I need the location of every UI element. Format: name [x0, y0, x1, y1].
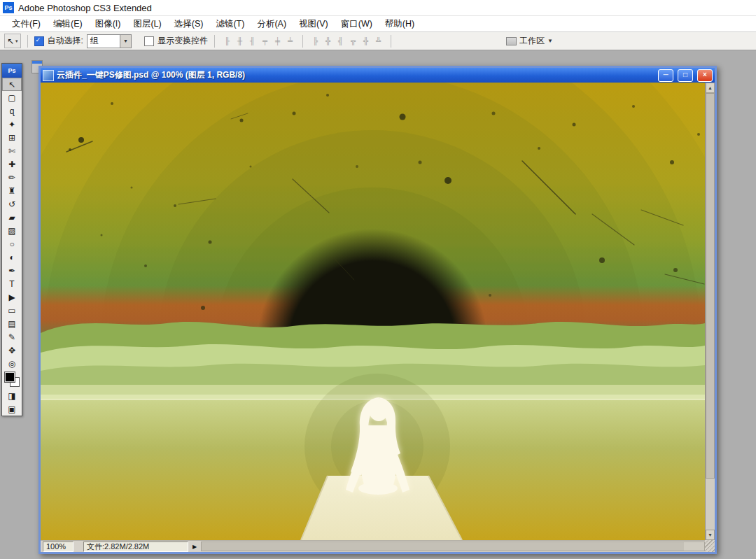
show-transform-label: 显示变换控件 [158, 35, 208, 47]
zoom-level-field[interactable]: 100% [43, 542, 74, 552]
quick-selection-tool[interactable]: ✦ [2, 118, 22, 131]
distribute-left-icon[interactable]: ╦ [347, 35, 359, 47]
document-titlebar[interactable]: 云插件_一键PS修图.psd @ 100% (图层 1, RGB/8) ─ □ … [41, 68, 715, 83]
hand-tool[interactable]: ✥ [2, 344, 22, 357]
document-status-bar: 100% 文件:2.82M/2.82M ▶ [41, 540, 705, 552]
horizontal-scrollbar[interactable] [201, 542, 705, 551]
path-selection-tool[interactable]: ▶ [2, 290, 22, 304]
status-expand-arrow-icon[interactable]: ▶ [191, 544, 198, 550]
file-size-info: 文件:2.82M/2.82M [83, 542, 188, 552]
auto-select-label: 自动选择: [48, 35, 83, 47]
workspace-label: 工作区 [519, 35, 545, 47]
slice-tool[interactable]: ✄ [2, 144, 22, 157]
auto-select-checkbox[interactable] [34, 36, 44, 46]
menu-bar: 文件(F)编辑(E)图像(I)图层(L)选择(S)滤镜(T)分析(A)视图(V)… [0, 16, 756, 32]
auto-select-mode-value: 组 [90, 35, 99, 47]
align-bottom-edges-icon[interactable]: ╧ [284, 35, 296, 47]
options-separator [214, 35, 215, 48]
menu-select[interactable]: 选择(S) [168, 17, 210, 31]
healing-brush-tool[interactable]: ✚ [2, 157, 22, 171]
photoshop-app-icon: Ps [3, 2, 14, 13]
align-top-edges-icon[interactable]: ╤ [259, 35, 271, 47]
menu-file[interactable]: 文件(F) [6, 17, 47, 31]
options-separator [302, 35, 303, 48]
align-buttons-group: ╟╫╢╤╪╧ [221, 35, 296, 47]
menu-layer[interactable]: 图层(L) [127, 17, 167, 31]
eyedropper-tool[interactable]: ✎ [2, 330, 22, 344]
horizontal-scroll-thumb[interactable] [202, 542, 684, 551]
pen-tool[interactable]: ✒ [2, 264, 22, 277]
scroll-up-icon[interactable]: ▲ [706, 83, 715, 93]
shape-tool[interactable]: ▭ [2, 304, 22, 317]
move-tool-preset-icon: ↖ [7, 36, 14, 46]
menu-help[interactable]: 帮助(H) [379, 17, 421, 31]
dropdown-caret-icon: ▼ [120, 35, 131, 48]
eraser-tool[interactable]: ▰ [2, 211, 22, 224]
tool-options-bar: ↖ ▾ 自动选择: 组 ▼ 显示变换控件 ╟╫╢╤╪╧ ╠╬╣╦╬╩ 工作区 ▼ [0, 32, 756, 50]
workspace-icon [506, 37, 517, 45]
tool-palette-grip[interactable]: Ps [2, 64, 22, 78]
menu-edit[interactable]: 编辑(E) [47, 17, 89, 31]
options-separator [391, 35, 391, 48]
menu-image[interactable]: 图像(I) [89, 17, 127, 31]
clone-stamp-tool[interactable]: ♜ [2, 184, 22, 197]
lasso-tool[interactable]: ɋ [2, 104, 22, 118]
gradient-tool[interactable]: ▨ [2, 224, 22, 237]
workspace-caret-icon: ▼ [547, 38, 553, 44]
app-titlebar: Ps Adobe Photoshop CS3 Extended [0, 0, 756, 16]
screen-mode-tool[interactable]: ▣ [2, 402, 22, 416]
close-button[interactable]: × [697, 69, 713, 82]
preset-caret-icon: ▾ [15, 38, 18, 44]
history-brush-tool[interactable]: ↺ [2, 197, 22, 211]
align-left-edges-icon[interactable]: ╟ [221, 35, 233, 47]
zoom-tool[interactable]: ◎ [2, 357, 22, 370]
options-separator [27, 35, 28, 48]
align-v-centers-icon[interactable]: ╪ [272, 35, 284, 47]
scroll-down-icon[interactable]: ▼ [706, 530, 715, 540]
crop-tool[interactable]: ⊞ [2, 131, 22, 144]
distribute-v-center-icon[interactable]: ╬ [322, 35, 334, 47]
document-title: 云插件_一键PS修图.psd @ 100% (图层 1, RGB/8) [57, 69, 654, 81]
vertical-scroll-thumb[interactable] [706, 93, 715, 479]
show-transform-checkbox[interactable] [144, 36, 154, 46]
marquee-tool[interactable]: ▢ [2, 91, 22, 104]
app-title: Adobe Photoshop CS3 Extended [18, 3, 152, 13]
workspace-button[interactable]: 工作区 ▼ [503, 34, 556, 48]
workspace: Ps ↖▢ɋ✦⊞✄✚✏♜↺▰▨○◐✒T▶▭▤✎✥◎ ◨▣ 云插件_一键PS修图.… [0, 50, 756, 559]
foreground-color-swatch[interactable] [5, 372, 15, 382]
type-tool[interactable]: T [2, 277, 22, 290]
distribute-buttons-group: ╠╬╣╦╬╩ [309, 35, 384, 47]
distribute-right-icon[interactable]: ╩ [372, 35, 384, 47]
document-window: 云插件_一键PS修图.psd @ 100% (图层 1, RGB/8) ─ □ … [38, 66, 717, 554]
canvas[interactable] [41, 83, 705, 540]
tool-palette: Ps ↖▢ɋ✦⊞✄✚✏♜↺▰▨○◐✒T▶▭▤✎✥◎ ◨▣ [1, 63, 22, 416]
distribute-h-center-icon[interactable]: ╬ [360, 35, 372, 47]
resize-grip[interactable] [705, 540, 715, 552]
maximize-button[interactable]: □ [678, 69, 693, 82]
auto-select-mode-dropdown[interactable]: 组 ▼ [87, 34, 132, 48]
minimize-button[interactable]: ─ [658, 69, 673, 82]
vertical-scroll-track[interactable] [706, 93, 715, 530]
menu-filter[interactable]: 滤镜(T) [209, 17, 251, 31]
vertical-scrollbar[interactable]: ▲ ▼ [705, 83, 715, 540]
notes-tool[interactable]: ▤ [2, 317, 22, 330]
color-swatches[interactable] [2, 370, 22, 389]
document-icon [43, 70, 54, 81]
menu-view[interactable]: 视图(V) [293, 17, 335, 31]
distribute-bottom-icon[interactable]: ╣ [335, 35, 346, 47]
dodge-tool[interactable]: ◐ [2, 250, 22, 264]
distribute-top-icon[interactable]: ╠ [309, 35, 321, 47]
menu-window[interactable]: 窗口(W) [335, 17, 379, 31]
align-right-edges-icon[interactable]: ╢ [246, 35, 258, 47]
align-h-centers-icon[interactable]: ╫ [234, 35, 246, 47]
blur-tool[interactable]: ○ [2, 237, 22, 250]
menu-analysis[interactable]: 分析(A) [251, 17, 293, 31]
move-tool[interactable]: ↖ [2, 78, 22, 91]
tool-preset-picker[interactable]: ↖ ▾ [4, 34, 21, 48]
brush-tool[interactable]: ✏ [2, 171, 22, 184]
quick-mask-tool[interactable]: ◨ [2, 389, 22, 402]
artwork [41, 83, 705, 540]
document-body: ▲ ▼ 100% 文件:2.82M/2.82M ▶ [41, 83, 715, 552]
